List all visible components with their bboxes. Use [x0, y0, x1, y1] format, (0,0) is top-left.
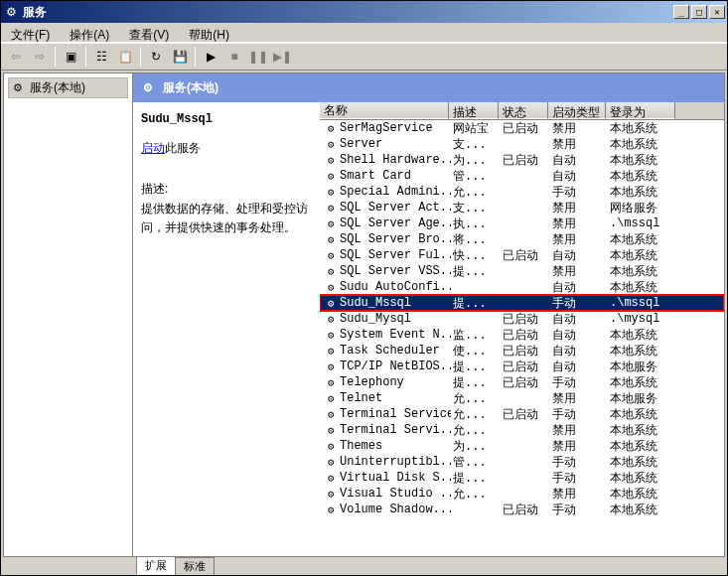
service-startup: 禁用 — [550, 216, 608, 232]
gear-icon: ⚙ — [324, 375, 338, 389]
service-startup: 自动 — [550, 152, 608, 169]
service-name: Uninterruptibl... — [340, 455, 451, 469]
start-service-link[interactable]: 启动此服务 — [141, 140, 312, 157]
export-button[interactable]: 📋 — [114, 46, 136, 68]
service-logon: 本地系统 — [608, 343, 677, 360]
service-name: Terminal Servi... — [340, 423, 451, 437]
service-logon: 本地系统 — [608, 406, 677, 423]
service-logon: 本地系统 — [608, 438, 677, 455]
tree-pane[interactable]: ⚙ 服务(本地) — [4, 73, 133, 556]
help-button[interactable]: 💾 — [169, 46, 191, 68]
menu-help[interactable]: 帮助(H) — [183, 25, 235, 40]
service-desc: 管... — [451, 168, 501, 185]
col-startup[interactable]: 启动类型 — [548, 102, 606, 119]
service-logon: 本地系统 — [608, 136, 677, 153]
show-hide-button[interactable]: ▣ — [60, 46, 81, 68]
service-row[interactable]: ⚙Visual Studio ...允...禁用本地系统 — [320, 486, 724, 502]
gear-icon: ⚙ — [324, 328, 338, 342]
forward-button[interactable]: ⇨ — [29, 46, 51, 68]
titlebar[interactable]: ⚙ 服务 _ □ ✕ — [1, 1, 727, 23]
service-row[interactable]: ⚙Special Admini...允...手动本地系统 — [320, 184, 724, 200]
service-row[interactable]: ⚙Sudu_Mysql已启动自动.\mysql — [320, 311, 724, 327]
col-status[interactable]: 状态 — [499, 102, 548, 119]
maximize-button[interactable]: □ — [691, 5, 707, 19]
service-row[interactable]: ⚙SQL Server VSS...提...禁用本地系统 — [320, 263, 724, 279]
service-status: 已启动 — [501, 406, 550, 423]
service-logon: 网络服务 — [608, 200, 677, 216]
back-button[interactable]: ⇦ — [5, 46, 27, 68]
stop-button[interactable]: ■ — [223, 46, 245, 68]
gear-icon: ⚙ — [324, 471, 338, 485]
col-desc[interactable]: 描述 — [449, 102, 499, 119]
service-row[interactable]: ⚙Terminal Servi...允...禁用本地系统 — [320, 422, 724, 438]
service-desc: 管... — [451, 454, 501, 471]
service-row[interactable]: ⚙TCP/IP NetBIOS...提...已启动自动本地服务 — [320, 359, 724, 374]
gear-icon: ⚙ — [324, 296, 338, 310]
service-logon: 本地系统 — [608, 247, 677, 264]
service-desc: 允... — [451, 406, 501, 423]
service-startup: 自动 — [550, 247, 608, 264]
service-logon: .\mssql — [608, 296, 677, 310]
service-row[interactable]: ⚙SQL Server Age...执...禁用.\mssql — [320, 216, 724, 231]
service-desc: 监... — [451, 327, 501, 344]
list-header[interactable]: 名称 描述 状态 启动类型 登录为 — [320, 102, 724, 120]
service-row[interactable]: ⚙Terminal Services允...已启动手动本地系统 — [320, 406, 724, 422]
tab-extended[interactable]: 扩展 — [136, 556, 176, 575]
toolbar: ⇦ ⇨ ▣ ☷ 📋 ↻ 💾 ▶ ■ ❚❚ ▶❚ — [1, 43, 727, 71]
list-body[interactable]: ⚙SerMagService网站宝已启动禁用本地系统⚙Server支...禁用本… — [320, 120, 724, 556]
service-name: Task Scheduler — [340, 344, 440, 358]
service-desc: 快... — [451, 247, 501, 264]
service-row[interactable]: ⚙Uninterruptibl...管...手动本地系统 — [320, 454, 724, 470]
link-start-prefix[interactable]: 启动 — [141, 141, 165, 155]
service-name: Sudu AutoConfi... — [340, 280, 451, 294]
refresh-button[interactable]: ↻ — [145, 46, 167, 68]
tree-item-services-local[interactable]: ⚙ 服务(本地) — [8, 77, 128, 98]
tree-item-label: 服务(本地) — [30, 79, 85, 96]
start-button[interactable]: ▶ — [200, 46, 221, 68]
service-status: 已启动 — [501, 152, 550, 169]
properties-button[interactable]: ☷ — [90, 46, 112, 68]
service-name: Volume Shadow... — [340, 503, 451, 516]
menu-file[interactable]: 文件(F) — [5, 25, 56, 40]
service-row[interactable]: ⚙SQL Server Ful...快...已启动自动本地系统 — [320, 247, 724, 263]
service-row[interactable]: ⚙Task Scheduler使...已启动自动本地系统 — [320, 343, 724, 359]
service-row[interactable]: ⚙Server支...禁用本地系统 — [320, 136, 724, 152]
col-name[interactable]: 名称 — [320, 102, 449, 119]
service-row[interactable]: ⚙SerMagService网站宝已启动禁用本地系统 — [320, 120, 724, 136]
service-row[interactable]: ⚙Volume Shadow...已启动手动本地系统 — [320, 502, 724, 517]
service-row[interactable]: ⚙Telephony提...已启动手动本地系统 — [320, 374, 724, 390]
content-area: ⚙ 服务(本地) ⚙ 服务(本地) Sudu_Mssql 启动此服务 描述: 提… — [3, 72, 725, 557]
service-row[interactable]: ⚙Themes为...禁用本地系统 — [320, 438, 724, 454]
gear-icon: ⚙ — [324, 360, 338, 373]
service-row[interactable]: ⚙SQL Server Act...支...禁用网络服务 — [320, 200, 724, 216]
service-row[interactable]: ⚙System Event N...监...已启动自动本地系统 — [320, 327, 724, 343]
gear-icon: ⚙ — [324, 439, 338, 453]
close-button[interactable]: ✕ — [709, 5, 725, 19]
minimize-button[interactable]: _ — [673, 5, 689, 19]
service-name: Virtual Disk S... — [340, 471, 451, 485]
detail-header: ⚙ 服务(本地) — [133, 73, 724, 102]
service-startup: 手动 — [550, 184, 608, 201]
col-logon[interactable]: 登录为 — [606, 102, 675, 119]
service-logon: 本地系统 — [608, 454, 677, 471]
service-startup: 自动 — [550, 343, 608, 360]
service-startup: 自动 — [550, 279, 608, 296]
menu-view[interactable]: 查看(V) — [123, 25, 175, 40]
service-row[interactable]: ⚙Smart Card管...自动本地系统 — [320, 168, 724, 184]
service-startup: 禁用 — [550, 136, 608, 153]
service-row[interactable]: ⚙Sudu AutoConfi...自动本地系统 — [320, 279, 724, 295]
service-desc: 提... — [451, 263, 501, 280]
service-row[interactable]: ⚙SQL Server Bro...将...禁用本地系统 — [320, 231, 724, 247]
tab-standard[interactable]: 标准 — [175, 557, 215, 575]
menu-action[interactable]: 操作(A) — [64, 25, 115, 40]
service-row[interactable]: ⚙Telnet允...禁用本地服务 — [320, 390, 724, 406]
restart-button[interactable]: ▶❚ — [271, 46, 293, 68]
window-title: 服务 — [23, 4, 673, 21]
service-row[interactable]: ⚙Sudu_Mssql提...手动.\mssql — [320, 295, 724, 311]
service-name: Terminal Services — [340, 407, 451, 421]
service-row[interactable]: ⚙Shell Hardware...为...已启动自动本地系统 — [320, 152, 724, 168]
service-row[interactable]: ⚙Virtual Disk S...提...手动本地系统 — [320, 470, 724, 486]
service-status: 已启动 — [501, 502, 550, 518]
service-startup: 禁用 — [550, 390, 608, 407]
pause-button[interactable]: ❚❚ — [247, 46, 269, 68]
